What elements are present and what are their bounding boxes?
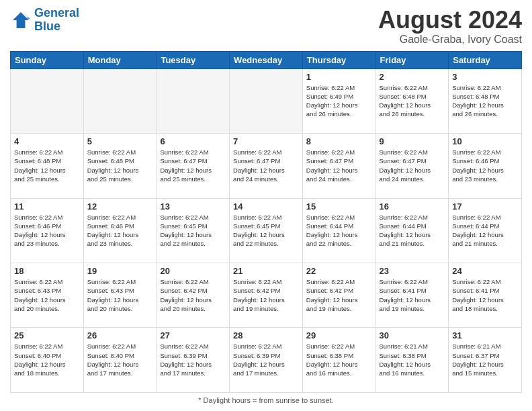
calendar-header-tuesday: Tuesday xyxy=(157,51,230,68)
day-info: Sunrise: 6:22 AM Sunset: 6:48 PM Dayligh… xyxy=(380,83,445,119)
day-info: Sunrise: 6:22 AM Sunset: 6:38 PM Dayligh… xyxy=(306,342,372,377)
day-number: 19 xyxy=(87,266,153,276)
day-info: Sunrise: 6:22 AM Sunset: 6:48 PM Dayligh… xyxy=(87,148,153,183)
day-info: Sunrise: 6:22 AM Sunset: 6:46 PM Dayligh… xyxy=(14,213,80,248)
day-number: 20 xyxy=(160,266,226,276)
calendar-cell: 4Sunrise: 6:22 AM Sunset: 6:48 PM Daylig… xyxy=(11,134,84,198)
day-info: Sunrise: 6:22 AM Sunset: 6:47 PM Dayligh… xyxy=(160,148,226,183)
day-number: 22 xyxy=(306,266,372,276)
day-number: 27 xyxy=(160,330,226,340)
day-info: Sunrise: 6:22 AM Sunset: 6:43 PM Dayligh… xyxy=(14,277,80,313)
calendar-cell: 25Sunrise: 6:22 AM Sunset: 6:40 PM Dayli… xyxy=(11,328,84,393)
day-number: 13 xyxy=(160,201,226,212)
main-title: August 2024 xyxy=(378,7,522,34)
day-number: 15 xyxy=(306,201,372,212)
day-info: Sunrise: 6:21 AM Sunset: 6:37 PM Dayligh… xyxy=(452,342,518,377)
footer-note: * Daylight hours = from sunrise to sunse… xyxy=(10,396,522,404)
calendar-header-thursday: Thursday xyxy=(302,51,375,68)
calendar-cell: 2Sunrise: 6:22 AM Sunset: 6:48 PM Daylig… xyxy=(375,68,449,133)
day-number: 18 xyxy=(14,266,80,276)
calendar-cell xyxy=(157,68,230,133)
day-info: Sunrise: 6:22 AM Sunset: 6:40 PM Dayligh… xyxy=(14,342,80,377)
day-info: Sunrise: 6:22 AM Sunset: 6:42 PM Dayligh… xyxy=(233,277,299,313)
calendar-cell xyxy=(230,68,303,133)
day-number: 31 xyxy=(452,330,518,340)
calendar-cell: 20Sunrise: 6:22 AM Sunset: 6:42 PM Dayli… xyxy=(157,263,230,328)
day-number: 29 xyxy=(306,330,372,340)
day-info: Sunrise: 6:22 AM Sunset: 6:48 PM Dayligh… xyxy=(452,83,518,119)
logo-icon xyxy=(10,9,32,31)
calendar-cell: 29Sunrise: 6:22 AM Sunset: 6:38 PM Dayli… xyxy=(302,328,375,393)
subtitle: Gaole-Graba, Ivory Coast xyxy=(378,34,522,46)
calendar-cell: 12Sunrise: 6:22 AM Sunset: 6:46 PM Dayli… xyxy=(83,198,157,263)
calendar-header-row: SundayMondayTuesdayWednesdayThursdayFrid… xyxy=(11,51,522,68)
logo: General Blue xyxy=(10,7,79,34)
day-number: 5 xyxy=(87,136,153,146)
day-number: 26 xyxy=(87,330,153,340)
day-number: 11 xyxy=(14,201,80,212)
calendar-cell: 15Sunrise: 6:22 AM Sunset: 6:44 PM Dayli… xyxy=(302,198,375,263)
calendar-week-1: 4Sunrise: 6:22 AM Sunset: 6:48 PM Daylig… xyxy=(11,134,522,198)
calendar-cell: 28Sunrise: 6:22 AM Sunset: 6:39 PM Dayli… xyxy=(230,328,303,393)
day-number: 25 xyxy=(14,330,80,340)
day-info: Sunrise: 6:22 AM Sunset: 6:47 PM Dayligh… xyxy=(233,148,299,183)
day-number: 14 xyxy=(233,201,299,212)
day-number: 16 xyxy=(380,201,445,212)
logo-text: General Blue xyxy=(34,7,79,34)
day-info: Sunrise: 6:22 AM Sunset: 6:40 PM Dayligh… xyxy=(87,342,153,377)
calendar-cell: 10Sunrise: 6:22 AM Sunset: 6:46 PM Dayli… xyxy=(449,134,522,198)
calendar-cell: 8Sunrise: 6:22 AM Sunset: 6:47 PM Daylig… xyxy=(302,134,375,198)
day-info: Sunrise: 6:22 AM Sunset: 6:47 PM Dayligh… xyxy=(380,148,445,183)
calendar-cell: 7Sunrise: 6:22 AM Sunset: 6:47 PM Daylig… xyxy=(230,134,303,198)
day-number: 12 xyxy=(87,201,153,212)
day-number: 6 xyxy=(160,136,226,146)
calendar-cell: 22Sunrise: 6:22 AM Sunset: 6:42 PM Dayli… xyxy=(302,263,375,328)
calendar-cell: 1Sunrise: 6:22 AM Sunset: 6:49 PM Daylig… xyxy=(302,68,375,133)
day-info: Sunrise: 6:22 AM Sunset: 6:44 PM Dayligh… xyxy=(380,213,445,248)
day-number: 21 xyxy=(233,266,299,276)
day-info: Sunrise: 6:22 AM Sunset: 6:41 PM Dayligh… xyxy=(452,277,518,313)
day-info: Sunrise: 6:22 AM Sunset: 6:39 PM Dayligh… xyxy=(160,342,226,377)
day-number: 1 xyxy=(306,72,372,82)
calendar-cell: 24Sunrise: 6:22 AM Sunset: 6:41 PM Dayli… xyxy=(449,263,522,328)
day-info: Sunrise: 6:22 AM Sunset: 6:42 PM Dayligh… xyxy=(160,277,226,313)
calendar-cell: 11Sunrise: 6:22 AM Sunset: 6:46 PM Dayli… xyxy=(11,198,84,263)
calendar-cell: 23Sunrise: 6:22 AM Sunset: 6:41 PM Dayli… xyxy=(375,263,449,328)
day-number: 30 xyxy=(380,330,445,340)
calendar-week-3: 18Sunrise: 6:22 AM Sunset: 6:43 PM Dayli… xyxy=(11,263,522,328)
day-number: 17 xyxy=(452,201,518,212)
calendar-cell: 19Sunrise: 6:22 AM Sunset: 6:43 PM Dayli… xyxy=(83,263,157,328)
calendar-cell xyxy=(83,68,157,133)
day-info: Sunrise: 6:22 AM Sunset: 6:45 PM Dayligh… xyxy=(160,213,226,248)
calendar-week-0: 1Sunrise: 6:22 AM Sunset: 6:49 PM Daylig… xyxy=(11,68,522,133)
day-info: Sunrise: 6:22 AM Sunset: 6:46 PM Dayligh… xyxy=(87,213,153,248)
calendar-cell: 14Sunrise: 6:22 AM Sunset: 6:45 PM Dayli… xyxy=(230,198,303,263)
calendar-cell: 13Sunrise: 6:22 AM Sunset: 6:45 PM Dayli… xyxy=(157,198,230,263)
day-info: Sunrise: 6:22 AM Sunset: 6:46 PM Dayligh… xyxy=(452,148,518,183)
day-number: 7 xyxy=(233,136,299,146)
day-number: 23 xyxy=(380,266,445,276)
day-number: 8 xyxy=(306,136,372,146)
calendar-cell: 21Sunrise: 6:22 AM Sunset: 6:42 PM Dayli… xyxy=(230,263,303,328)
day-number: 24 xyxy=(452,266,518,276)
calendar-header-sunday: Sunday xyxy=(11,51,84,68)
calendar-cell: 17Sunrise: 6:22 AM Sunset: 6:44 PM Dayli… xyxy=(449,198,522,263)
day-info: Sunrise: 6:22 AM Sunset: 6:42 PM Dayligh… xyxy=(306,277,372,313)
calendar-header-saturday: Saturday xyxy=(449,51,522,68)
calendar-cell: 30Sunrise: 6:21 AM Sunset: 6:38 PM Dayli… xyxy=(375,328,449,393)
day-number: 28 xyxy=(233,330,299,340)
day-info: Sunrise: 6:22 AM Sunset: 6:48 PM Dayligh… xyxy=(14,148,80,183)
day-info: Sunrise: 6:21 AM Sunset: 6:38 PM Dayligh… xyxy=(380,342,445,377)
day-info: Sunrise: 6:22 AM Sunset: 6:47 PM Dayligh… xyxy=(306,148,372,183)
day-number: 4 xyxy=(14,136,80,146)
calendar-cell: 18Sunrise: 6:22 AM Sunset: 6:43 PM Dayli… xyxy=(11,263,84,328)
day-info: Sunrise: 6:22 AM Sunset: 6:43 PM Dayligh… xyxy=(87,277,153,313)
title-area: August 2024 Gaole-Graba, Ivory Coast xyxy=(378,7,522,46)
calendar-header-friday: Friday xyxy=(375,51,449,68)
calendar-week-2: 11Sunrise: 6:22 AM Sunset: 6:46 PM Dayli… xyxy=(11,198,522,263)
calendar-table: SundayMondayTuesdayWednesdayThursdayFrid… xyxy=(10,51,522,393)
calendar-cell xyxy=(11,68,84,133)
day-number: 3 xyxy=(452,72,518,82)
day-info: Sunrise: 6:22 AM Sunset: 6:49 PM Dayligh… xyxy=(306,83,372,119)
day-number: 9 xyxy=(380,136,445,146)
